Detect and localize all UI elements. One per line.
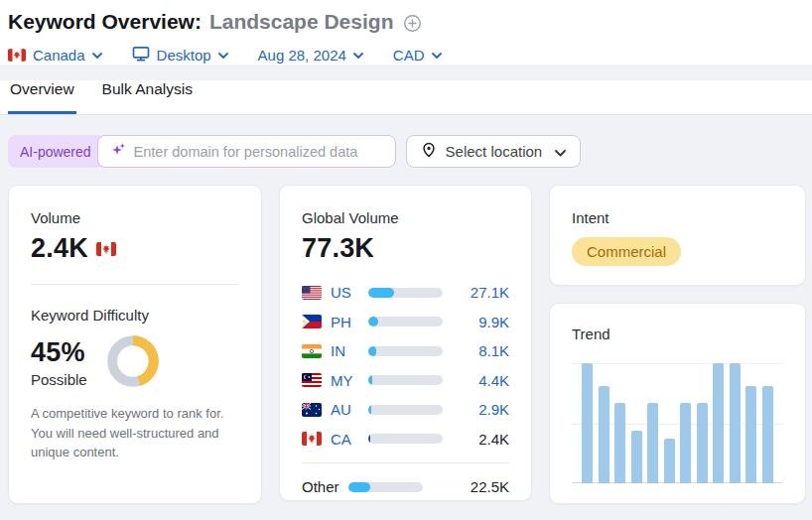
date-selector-label: Aug 28, 2024 [258, 47, 346, 64]
divider [31, 284, 239, 285]
country-row: MY 4.4K [302, 366, 509, 396]
volume-share-bar [368, 346, 443, 356]
trend-bars [582, 363, 773, 483]
ph-flag-icon [302, 315, 322, 328]
country-code[interactable]: IN [331, 342, 360, 359]
country-code[interactable]: CA [331, 431, 360, 448]
tab-overview[interactable]: Overview [8, 80, 76, 114]
ca-flag-icon [302, 432, 322, 446]
volume-share-bar-fill [368, 375, 372, 385]
content-area: AI-powered Select location Volume 2.4K [0, 115, 812, 504]
volume-share-bar [368, 375, 443, 385]
trend-bar [631, 431, 642, 483]
country-row: PH 9.9K [302, 308, 509, 337]
country-row: IN 8.1K [302, 336, 509, 366]
volume-share-bar [368, 405, 443, 415]
trend-bar [599, 386, 609, 483]
trend-bar [697, 403, 708, 483]
volume-share-bar [368, 434, 443, 444]
country-row: AU 2.9K [302, 395, 509, 425]
header: Keyword Overview: Landscape Design Canad… [0, 0, 812, 65]
global-volume-value: 77.3K [302, 233, 509, 264]
domain-input[interactable] [134, 144, 383, 160]
trend-bar [582, 363, 593, 483]
select-location-button[interactable]: Select location [406, 135, 582, 168]
add-keyword-icon[interactable] [403, 14, 422, 33]
difficulty-donut-chart [107, 335, 159, 387]
difficulty-percent: 45% [31, 337, 87, 368]
ai-powered-badge: AI-powered [8, 135, 105, 168]
chevron-down-icon [432, 53, 442, 59]
country-row: CA 2.4K [302, 425, 509, 455]
desktop-icon [132, 46, 150, 65]
volume-share-bar-fill [368, 288, 394, 298]
canada-flag-icon [8, 49, 26, 62]
country-code[interactable]: AU [331, 401, 360, 418]
title-row: Keyword Overview: Landscape Design [8, 10, 804, 34]
chevron-down-icon [555, 143, 566, 160]
currency-selector-label: CAD [393, 47, 425, 64]
chevron-down-icon [92, 53, 102, 59]
domain-input-wrap[interactable] [97, 135, 396, 168]
other-volume-row: Other 22.5K [302, 472, 509, 502]
keyword-overview-page: Keyword Overview: Landscape Design Canad… [0, 0, 812, 520]
trend-label: Trend [572, 325, 783, 342]
trend-bar [713, 363, 724, 483]
chevron-down-icon [353, 53, 363, 59]
trend-bar [745, 386, 756, 483]
difficulty-level: Possible [31, 371, 87, 388]
country-selector[interactable]: Canada [8, 47, 102, 64]
country-volume-value: 8.1K [478, 342, 509, 359]
country-code[interactable]: MY [331, 372, 360, 389]
country-volume-list: US 27.1K PH 9.9K IN 8.1K [302, 278, 509, 454]
volume-share-bar-fill [368, 346, 376, 356]
trend-card: Trend [549, 303, 806, 504]
chevron-down-icon [218, 53, 228, 59]
in-flag-icon [302, 344, 322, 358]
country-selector-label: Canada [33, 47, 85, 64]
country-volume-value: 9.9K [478, 314, 509, 330]
intent-label: Intent [572, 209, 783, 226]
country-volume-value: 2.4K [478, 431, 509, 448]
search-row: AI-powered Select location [8, 135, 806, 168]
trend-bar-chart [572, 363, 783, 483]
divider [302, 462, 509, 463]
other-label: Other [302, 478, 340, 495]
my-flag-icon [302, 373, 322, 387]
country-code[interactable]: US [331, 284, 360, 301]
volume-share-bar-fill [368, 317, 378, 326]
cards-grid: Volume 2.4K Keyword Difficulty 45% Possi… [8, 185, 806, 504]
trend-bar [680, 403, 691, 483]
volume-share-bar [348, 482, 423, 492]
volume-value: 2.4K [31, 233, 88, 264]
trend-bar [730, 363, 741, 483]
volume-difficulty-card: Volume 2.4K Keyword Difficulty 45% Possi… [8, 185, 262, 504]
volume-share-bar [368, 288, 443, 298]
country-row: US 27.1K [302, 278, 509, 308]
other-volume-value: 22.5K [471, 478, 509, 495]
intent-card: Intent Commercial [549, 185, 806, 286]
date-selector[interactable]: Aug 28, 2024 [258, 47, 363, 64]
intent-badge[interactable]: Commercial [572, 237, 681, 266]
country-code[interactable]: PH [331, 314, 360, 330]
difficulty-description: A competitive keyword to rank for. You w… [31, 404, 239, 462]
global-volume-card: Global Volume 77.3K US 27.1K PH 9.9K [279, 185, 532, 501]
volume-share-bar-fill [348, 482, 370, 492]
device-selector-label: Desktop [157, 47, 211, 64]
currency-selector[interactable]: CAD [393, 47, 442, 64]
filter-row: Canada Desktop Aug 28, 2024 CAD [8, 46, 804, 65]
trend-bar [762, 386, 773, 483]
device-selector[interactable]: Desktop [132, 46, 228, 65]
sparkle-icon [110, 142, 126, 162]
volume-label: Volume [31, 209, 239, 226]
tab-bar: Overview Bulk Analysis [0, 80, 812, 115]
page-title: Keyword Overview: [8, 10, 202, 34]
keyword-difficulty-label: Keyword Difficulty [31, 307, 239, 324]
tab-bulk-analysis[interactable]: Bulk Analysis [100, 80, 195, 114]
location-pin-icon [421, 142, 437, 161]
volume-share-bar [368, 317, 443, 326]
us-flag-icon [302, 286, 322, 300]
canada-flag-icon [96, 242, 116, 256]
trend-bar [664, 439, 675, 483]
trend-bar [647, 403, 658, 483]
